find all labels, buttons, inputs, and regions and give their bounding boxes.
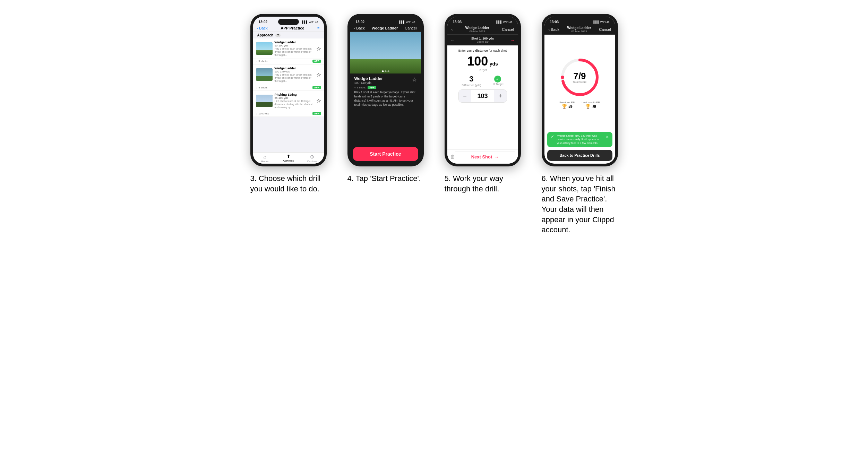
- increment-button[interactable]: +: [494, 90, 507, 102]
- wifi-icon-4: WiFi: [406, 20, 412, 24]
- hit-target-label: Hit Target: [492, 83, 504, 86]
- arrow-right-icon: →: [494, 154, 499, 159]
- drill-desc-0: Play 1 shot at each target yardage. If y…: [275, 47, 314, 57]
- back-button-4[interactable]: ‹ Back: [354, 26, 365, 30]
- bookmark-icon-4[interactable]: ☆: [412, 76, 417, 83]
- phone-3: 13:02 ▌▌▌ WiFi 46 ‹ Back APP Practice ≡: [250, 14, 327, 166]
- nav-bar-4: ‹ Back Wedge Ladder Cancel: [350, 25, 421, 32]
- back-button-3[interactable]: ‹ Back: [257, 26, 268, 30]
- previous-pb: Previous PB 🏆 -/9: [559, 101, 575, 109]
- shots-count-1: ○ 9 shots: [256, 86, 268, 89]
- target-yds: 100: [467, 54, 488, 68]
- start-practice-button[interactable]: Start Practice: [353, 147, 418, 161]
- drill-name-2: Pitching String: [275, 93, 314, 96]
- shot-stats: 3 Difference (yds) ✓ Hit Target: [462, 75, 503, 87]
- hit-target-icon: ✓: [494, 76, 501, 83]
- back-to-drills-button[interactable]: Back to Practice Drills: [547, 150, 612, 161]
- wifi-icon-5: WiFi: [503, 20, 509, 24]
- phone-5-screen: 13:03 ▌▌▌ WiFi 46 ‹ Wedge Ladder 06 Mar …: [447, 17, 518, 164]
- shot-body-5: Enter carry distance for each shot 100 y…: [447, 45, 518, 149]
- drill-thumb-0: [256, 42, 273, 55]
- next-shot-button[interactable]: Next Shot →: [455, 151, 515, 162]
- input-row-5: − 103 +: [458, 89, 507, 103]
- app-badge-0: APP: [312, 60, 321, 63]
- phone-6-screen: 13:03 ▌▌▌ WiFi 46 ‹ Back Wedge Ladder 06…: [544, 17, 615, 164]
- phone-6: 13:03 ▌▌▌ WiFi 46 ‹ Back Wedge Ladder 06…: [542, 14, 618, 166]
- input-value: 103: [474, 93, 491, 100]
- step-6-column: 13:03 ▌▌▌ WiFi 46 ‹ Back Wedge Ladder 06…: [538, 14, 621, 235]
- drill-footer-2: ○ 10 shots APP: [253, 111, 324, 117]
- score-circle-container: 7/9 Total Score Previous PB 🏆 -/9: [544, 35, 615, 131]
- phone-5: 13:03 ▌▌▌ WiFi 46 ‹ Wedge Ladder 06 Mar …: [445, 14, 521, 166]
- close-icon-success[interactable]: ×: [606, 134, 609, 140]
- app-badge-2: APP: [312, 112, 321, 115]
- bookmark-icon-1[interactable]: ☆: [316, 71, 321, 78]
- success-banner: ✓ 'Wedge Ladder (100-140 yds)' was creat…: [547, 132, 612, 147]
- prev-arrow-icon[interactable]: ←: [450, 37, 455, 43]
- last-month-pb: Last month PB 🏆 -/9: [582, 101, 600, 109]
- ground-1: [256, 76, 273, 81]
- drill-range-1: 100-140 yds: [275, 70, 314, 73]
- caption-6: 6. When you've hit all your shots, tap '…: [542, 173, 618, 235]
- drill-item-0[interactable]: Wedge Ladder 50-100 yds Play 1 shot at e…: [253, 38, 324, 59]
- signal-icon-4: ▌▌▌: [399, 20, 405, 24]
- drill-desc-1: Play 1 shot at each target yardage. If y…: [275, 73, 314, 83]
- drill-info-1: Wedge Ladder 100-140 yds Play 1 shot at …: [275, 67, 314, 83]
- hit-target-stat: ✓ Hit Target: [492, 76, 504, 86]
- tab-bar-3: ⌂ Home ⬆ Activities ⊕ Capture: [253, 152, 324, 164]
- wedge-detail-4: Wedge Ladder 100-140 yds ☆ ○ 9 shots APP…: [350, 73, 421, 144]
- tab-capture-3[interactable]: ⊕ Capture: [300, 154, 324, 163]
- cancel-button-6[interactable]: Cancel: [599, 27, 611, 32]
- home-icon-3: ⌂: [263, 154, 266, 159]
- tab-activities-3[interactable]: ⬆ Activities: [277, 154, 300, 163]
- activities-icon-3: ⬆: [287, 154, 290, 159]
- shots-meta: ○ 9 shots: [354, 86, 366, 89]
- signal-icon-5: ▌▌▌: [497, 20, 502, 24]
- circle-start-dot: [561, 76, 564, 79]
- sky-big: [350, 32, 421, 59]
- wedge-meta: ○ 9 shots APP: [354, 86, 417, 89]
- clock-icon-4: ○: [354, 86, 356, 89]
- caption-4: 4. Tap 'Start Practice'.: [347, 173, 424, 184]
- battery-icon-4: 46: [412, 20, 415, 24]
- pb-row: Previous PB 🏆 -/9 Last month PB 🏆 -/9: [559, 101, 600, 109]
- drill-thumb-1: [256, 68, 273, 81]
- signal-icon-3: ▌▌▌: [302, 20, 308, 24]
- dot-2: [385, 70, 386, 72]
- bookmark-icon-2[interactable]: ☆: [316, 97, 321, 104]
- cancel-button-4[interactable]: Cancel: [405, 26, 416, 30]
- drill-scene-big: [350, 32, 421, 73]
- drill-item-1[interactable]: Wedge Ladder 100-140 yds Play 1 shot at …: [253, 64, 324, 85]
- status-icons-4: ▌▌▌ WiFi 46: [399, 20, 415, 24]
- dynamic-island-3: [278, 19, 299, 25]
- trophy-icon-prev: 🏆: [562, 104, 567, 109]
- ground-2: [256, 102, 273, 107]
- battery-icon-5: 46: [509, 20, 513, 24]
- back-button-6[interactable]: ‹ Back: [549, 27, 559, 32]
- wedge-titles: Wedge Ladder 100-140 yds: [354, 76, 383, 85]
- clock-icon-1: ○: [256, 86, 258, 89]
- nav-title-3: APP Practice: [268, 26, 317, 30]
- caption-5: 5. Work your way through the drill.: [445, 173, 521, 194]
- wedge-desc: Play 1 shot at each target yardage. If y…: [354, 90, 417, 107]
- tab-home-3[interactable]: ⌂ Home: [253, 154, 277, 163]
- cancel-button-5[interactable]: Cancel: [502, 27, 514, 32]
- difference-stat: 3 Difference (yds): [462, 75, 481, 87]
- dynamic-island-6: [569, 19, 590, 25]
- nav-title-4: Wedge Ladder: [365, 26, 405, 30]
- drill-item-2[interactable]: Pitching String 55-100 yds Hit 1 shot at…: [253, 91, 324, 111]
- next-arrow-icon[interactable]: →: [510, 37, 515, 43]
- decrement-button[interactable]: −: [459, 90, 471, 102]
- shot-nav-row: ← Shot 1, 100 yds Score 5/9 →: [450, 36, 515, 44]
- drill-scene-1: [256, 68, 273, 81]
- status-icons-3: ▌▌▌ WiFi 46: [302, 20, 318, 24]
- drill-info-0: Wedge Ladder 50-100 yds Play 1 shot at e…: [275, 41, 314, 57]
- drill-name-1: Wedge Ladder: [275, 67, 314, 70]
- chevron-left-icon-4: ‹: [354, 26, 356, 30]
- delete-icon-5[interactable]: 🗑: [450, 154, 455, 159]
- drill-info-2: Pitching String 55-100 yds Hit 1 shot at…: [275, 93, 314, 109]
- sky-0: [256, 42, 273, 50]
- menu-icon-3[interactable]: ≡: [317, 26, 319, 30]
- bookmark-icon-0[interactable]: ☆: [316, 45, 321, 52]
- wedge-title: Wedge Ladder: [354, 76, 383, 81]
